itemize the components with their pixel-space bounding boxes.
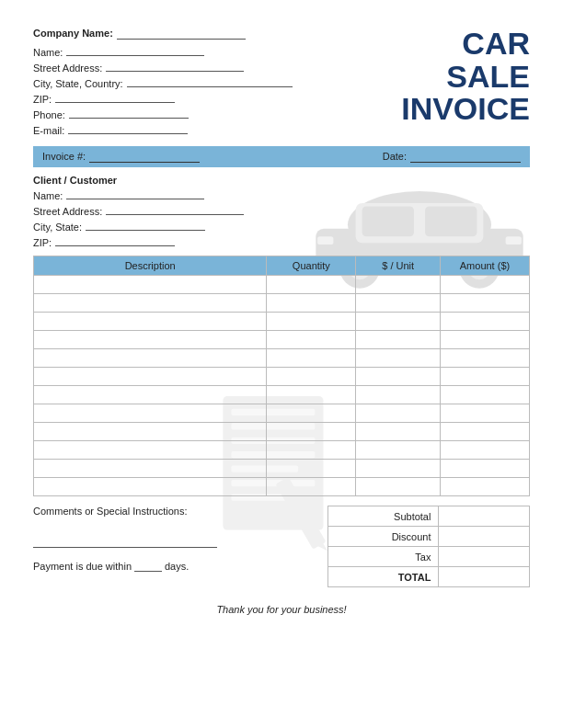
totals-row: Tax — [328, 547, 530, 567]
table-cell[interactable] — [267, 368, 356, 386]
table-cell[interactable] — [440, 331, 529, 349]
comments-label: Comments or Special Instructions: — [33, 506, 318, 517]
title-line3: INVOICE — [401, 93, 530, 126]
table-cell[interactable] — [440, 313, 529, 331]
invoice-hash-label: Invoice #: — [42, 151, 86, 162]
client-zip-field[interactable] — [55, 235, 175, 246]
table-cell[interactable] — [34, 349, 267, 368]
table-row — [34, 313, 530, 331]
table-cell[interactable] — [267, 386, 356, 404]
table-cell[interactable] — [34, 478, 267, 496]
totals-row: TOTAL — [328, 567, 530, 587]
client-city-field[interactable] — [86, 220, 205, 231]
name-field[interactable] — [66, 45, 204, 56]
table-cell[interactable] — [34, 313, 267, 331]
table-cell[interactable] — [356, 460, 441, 478]
phone-field[interactable] — [69, 108, 189, 119]
client-street-field[interactable] — [106, 204, 244, 215]
totals-table: SubtotalDiscountTaxTOTAL — [327, 506, 530, 587]
payment-days-field[interactable] — [134, 561, 162, 572]
table-cell[interactable] — [440, 441, 529, 460]
table-cell[interactable] — [267, 349, 356, 368]
client-street-row: Street Address: — [33, 204, 530, 217]
total-value[interactable] — [439, 527, 530, 547]
table-cell[interactable] — [440, 460, 529, 478]
invoice-number-field[interactable] — [89, 151, 200, 163]
table-cell[interactable] — [356, 349, 441, 368]
payment-line: Payment is due within days. — [33, 561, 318, 572]
table-cell[interactable] — [356, 478, 441, 496]
client-title: Client / Customer — [33, 175, 530, 186]
table-cell[interactable] — [356, 294, 441, 313]
table-cell[interactable] — [34, 368, 267, 386]
table-row — [34, 404, 530, 423]
zip-label: ZIP: — [33, 94, 52, 105]
company-name-field[interactable] — [117, 28, 246, 40]
table-cell[interactable] — [440, 349, 529, 368]
table-cell[interactable] — [356, 313, 441, 331]
client-name-row: Name: — [33, 188, 530, 201]
table-cell[interactable] — [267, 294, 356, 313]
street-label: Street Address: — [33, 63, 102, 74]
company-name-label: Company Name: — [33, 28, 113, 39]
table-cell[interactable] — [356, 404, 441, 423]
table-cell[interactable] — [34, 294, 267, 313]
table-cell[interactable] — [34, 331, 267, 349]
client-zip-label: ZIP: — [33, 237, 52, 248]
table-cell[interactable] — [440, 276, 529, 294]
table-cell[interactable] — [34, 423, 267, 441]
table-cell[interactable] — [267, 404, 356, 423]
table-cell[interactable] — [356, 441, 441, 460]
company-info: Company Name: Name: Street Address: City… — [33, 28, 401, 139]
invoice-date-field[interactable] — [410, 151, 521, 163]
footer-section: Comments or Special Instructions: Paymen… — [33, 506, 530, 587]
table-cell[interactable] — [34, 386, 267, 404]
total-value[interactable] — [439, 506, 530, 527]
table-cell[interactable] — [267, 276, 356, 294]
email-field[interactable] — [68, 123, 188, 134]
table-cell[interactable] — [356, 386, 441, 404]
table-cell[interactable] — [267, 331, 356, 349]
table-cell[interactable] — [356, 276, 441, 294]
table-cell[interactable] — [34, 404, 267, 423]
table-cell[interactable] — [34, 460, 267, 478]
table-cell[interactable] — [440, 478, 529, 496]
table-cell[interactable] — [267, 313, 356, 331]
street-field[interactable] — [106, 61, 244, 72]
table-cell[interactable] — [356, 368, 441, 386]
table-cell[interactable] — [267, 423, 356, 441]
table-cell[interactable] — [356, 331, 441, 349]
table-cell[interactable] — [440, 404, 529, 423]
totals-row: Subtotal — [328, 506, 530, 527]
city-label: City, State, Country: — [33, 78, 123, 89]
title-line2: SALE — [401, 61, 530, 94]
total-value[interactable] — [439, 547, 530, 567]
zip-field[interactable] — [55, 92, 175, 103]
col-unit-price: $ / Unit — [356, 256, 441, 276]
client-name-label: Name: — [33, 190, 63, 201]
email-label: E-mail: — [33, 125, 64, 136]
field-phone: Phone: — [33, 108, 401, 120]
table-cell[interactable] — [267, 441, 356, 460]
comments-line-1[interactable] — [33, 535, 217, 548]
table-cell[interactable] — [440, 423, 529, 441]
table-cell[interactable] — [34, 276, 267, 294]
title-block: CAR SALE INVOICE — [401, 28, 530, 126]
table-cell[interactable] — [440, 368, 529, 386]
client-section: Client / Customer Name: Street Address: … — [33, 175, 530, 248]
table-cell[interactable] — [440, 294, 529, 313]
total-value[interactable] — [439, 567, 530, 587]
table-header-row: Description Quantity $ / Unit Amount ($) — [34, 256, 530, 276]
table-cell[interactable] — [34, 441, 267, 460]
table-row — [34, 423, 530, 441]
city-field[interactable] — [127, 76, 293, 87]
table-cell[interactable] — [356, 423, 441, 441]
client-name-field[interactable] — [66, 188, 204, 199]
total-label: Tax — [328, 547, 439, 567]
table-cell[interactable] — [267, 478, 356, 496]
table-cell[interactable] — [440, 386, 529, 404]
total-label: TOTAL — [328, 567, 439, 587]
table-cell[interactable] — [267, 460, 356, 478]
totals-block: SubtotalDiscountTaxTOTAL — [327, 506, 530, 587]
col-amount: Amount ($) — [440, 256, 529, 276]
